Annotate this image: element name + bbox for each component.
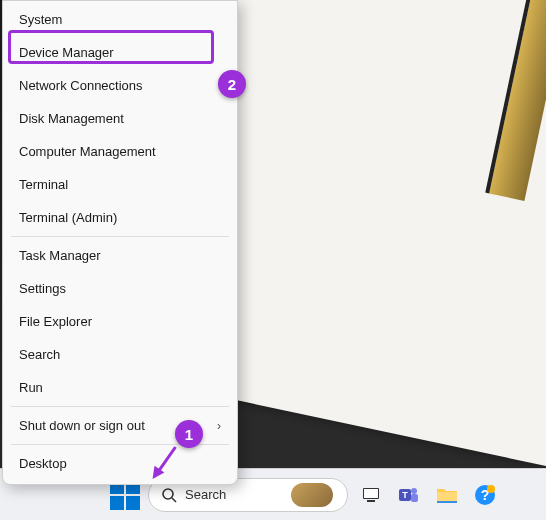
search-highlight-image	[291, 483, 333, 507]
annotation-step-1: 1	[175, 420, 203, 448]
svg-point-7	[411, 488, 417, 494]
menu-item-disk-management[interactable]: Disk Management	[3, 102, 237, 135]
teams-icon[interactable]: T	[394, 480, 424, 510]
svg-rect-8	[411, 494, 418, 502]
svg-rect-3	[364, 489, 378, 498]
menu-separator	[11, 236, 229, 237]
menu-item-network-connections[interactable]: Network Connections	[3, 69, 237, 102]
help-icon[interactable]: ?	[470, 480, 500, 510]
winx-context-menu: System Device Manager Network Connection…	[2, 0, 238, 485]
file-explorer-icon[interactable]	[432, 480, 462, 510]
menu-item-file-explorer[interactable]: File Explorer	[3, 305, 237, 338]
chevron-right-icon: ›	[217, 419, 221, 433]
search-label: Search	[185, 487, 226, 502]
task-view-button[interactable]	[356, 480, 386, 510]
menu-item-terminal-admin[interactable]: Terminal (Admin)	[3, 201, 237, 234]
svg-line-1	[172, 498, 176, 502]
menu-item-task-manager[interactable]: Task Manager	[3, 239, 237, 272]
search-icon	[161, 487, 177, 503]
menu-item-settings[interactable]: Settings	[3, 272, 237, 305]
menu-item-run[interactable]: Run	[3, 371, 237, 404]
svg-rect-4	[367, 500, 375, 502]
menu-item-desktop[interactable]: Desktop	[3, 447, 237, 480]
menu-separator	[11, 406, 229, 407]
annotation-step-2: 2	[218, 70, 246, 98]
svg-rect-10	[437, 501, 457, 503]
svg-text:T: T	[402, 490, 408, 500]
svg-point-0	[163, 489, 173, 499]
menu-item-system[interactable]: System	[3, 3, 237, 36]
menu-item-terminal[interactable]: Terminal	[3, 168, 237, 201]
menu-item-computer-management[interactable]: Computer Management	[3, 135, 237, 168]
svg-point-13	[487, 485, 495, 493]
menu-item-search[interactable]: Search	[3, 338, 237, 371]
menu-item-device-manager[interactable]: Device Manager	[3, 36, 237, 69]
